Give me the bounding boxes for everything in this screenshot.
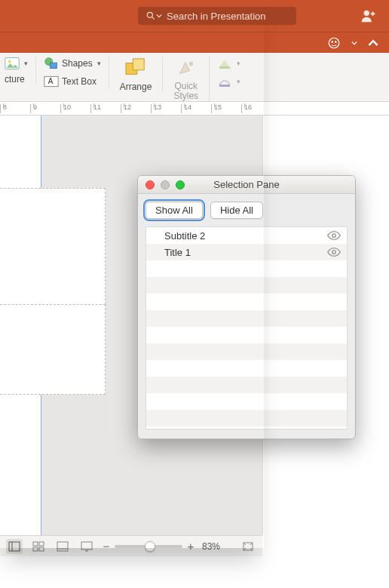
svg-rect-17 (9, 542, 20, 551)
selection-pane-title: Selection Pane (138, 179, 355, 190)
quickstyles-icon (174, 56, 198, 80)
zoom-slider[interactable] (115, 545, 182, 548)
svg-rect-20 (39, 542, 44, 546)
selection-pane-empty-row (146, 277, 347, 294)
selection-item-label: Title 1 (164, 247, 191, 258)
svg-point-7 (8, 60, 11, 63)
selection-pane-empty-row (146, 327, 347, 343)
ribbon-group-picture: ▾ cture (5, 56, 36, 85)
arrange-label: Arrange (120, 82, 152, 92)
fit-slide-button[interactable] (240, 539, 256, 554)
svg-line-1 (152, 17, 154, 19)
svg-point-14 (188, 62, 193, 66)
ribbon-group-arrange: Arrange (117, 56, 164, 92)
svg-rect-21 (33, 547, 38, 551)
picture-label: cture (5, 74, 25, 85)
emoji-icon[interactable] (327, 36, 341, 50)
ribbon-group-format: ▾ ▾ (217, 56, 248, 89)
status-bar: − + 83% (0, 535, 262, 556)
shape-fill-button[interactable]: ▾ (217, 56, 240, 71)
visibility-toggle-icon[interactable] (327, 247, 341, 257)
zoom-out-button[interactable]: − (103, 540, 110, 553)
share-icon[interactable] (360, 8, 377, 27)
zoom-level[interactable]: 83% (202, 541, 220, 552)
svg-rect-16 (219, 85, 230, 87)
svg-rect-23 (57, 542, 68, 551)
svg-rect-15 (219, 66, 230, 69)
selection-pane-empty-row (146, 377, 347, 393)
textbox-label: Text Box (62, 76, 96, 87)
view-reading-button[interactable] (54, 539, 71, 554)
selection-pane-empty-row (146, 260, 347, 277)
svg-point-28 (332, 251, 336, 254)
search-field[interactable] (138, 7, 296, 25)
svg-point-3 (329, 38, 339, 48)
ruler-tick: 12 (121, 104, 151, 113)
shapes-button[interactable]: Shapes ▾ (44, 56, 101, 71)
show-all-button[interactable]: Show All (145, 202, 203, 219)
svg-point-27 (332, 234, 336, 238)
selection-pane-titlebar[interactable]: Selection Pane (138, 176, 355, 194)
shape-outline-icon (217, 74, 232, 89)
shapes-icon (44, 56, 59, 71)
selection-pane-item[interactable]: Subtitle 2 (146, 227, 347, 244)
collapse-ribbon-icon[interactable] (368, 38, 378, 48)
ruler-tick: 9 (30, 104, 60, 113)
hide-all-button[interactable]: Hide All (210, 202, 263, 219)
shapes-label: Shapes (62, 58, 93, 69)
selection-item-label: Subtitle 2 (164, 230, 205, 242)
shape-outline-button[interactable]: ▾ (217, 74, 240, 89)
visibility-toggle-icon[interactable] (327, 230, 341, 241)
selection-pane-toolbar: Show All Hide All (138, 194, 355, 226)
picture-button[interactable]: ▾ (5, 56, 28, 71)
zoom-in-button[interactable]: + (187, 540, 194, 553)
selection-pane-empty-row (146, 310, 347, 327)
selection-pane-empty-row (146, 294, 347, 310)
view-sorter-button[interactable] (30, 539, 47, 554)
title-bar (0, 0, 389, 32)
picture-icon (5, 56, 20, 71)
selection-pane-window[interactable]: Selection Pane Show All Hide All Subtitl… (137, 175, 356, 439)
arrange-button[interactable]: Arrange (117, 56, 155, 92)
svg-point-4 (332, 41, 333, 42)
ruler-tick: 10 (60, 104, 90, 113)
selection-pane-empty-row (146, 393, 347, 410)
svg-rect-22 (39, 547, 44, 551)
textbox-icon: A (44, 74, 59, 89)
ruler-tick: 13 (151, 104, 181, 113)
textbox-button[interactable]: A Text Box (44, 74, 96, 89)
svg-text:A: A (48, 77, 54, 85)
ribbon-group-shapes: Shapes ▾ A Text Box (44, 56, 109, 89)
ruler-tick: 8 (0, 104, 30, 113)
selection-pane-empty-row (146, 360, 347, 377)
placeholder-box[interactable] (0, 304, 106, 395)
chevron-down-icon: ▾ (97, 60, 101, 67)
view-normal-button[interactable] (6, 539, 23, 554)
search-icon (145, 11, 156, 21)
svg-rect-9 (50, 63, 57, 68)
svg-point-0 (147, 12, 152, 17)
zoom-control: − + (103, 540, 194, 553)
svg-point-2 (364, 11, 369, 16)
ruler-tick: 14 (181, 104, 211, 113)
chevron-down-icon (351, 40, 357, 46)
quickstyles-button[interactable]: Quick Styles (170, 56, 201, 101)
chevron-down-icon: ▾ (24, 60, 28, 67)
ribbon: ▾ cture Shapes ▾ A Text Box Arrange (0, 53, 389, 102)
svg-rect-25 (81, 542, 92, 550)
shape-fill-icon (217, 56, 232, 71)
view-slideshow-button[interactable] (78, 539, 95, 554)
svg-rect-19 (33, 542, 38, 546)
arrange-icon (124, 56, 148, 80)
search-input[interactable] (167, 11, 289, 22)
ruler-tick: 11 (90, 104, 121, 113)
quickstyles-label: Quick Styles (173, 82, 198, 101)
selection-pane-empty-row (146, 410, 347, 426)
horizontal-ruler: 8910111213141516 (0, 102, 389, 115)
zoom-slider-knob[interactable] (145, 541, 155, 552)
selection-pane-item[interactable]: Title 1 (146, 244, 347, 260)
ribbon-group-quickstyles: Quick Styles (170, 56, 210, 101)
selection-pane-list[interactable]: Subtitle 2Title 1 (145, 226, 348, 429)
chevron-down-icon (156, 13, 162, 19)
sub-bar (0, 32, 389, 53)
